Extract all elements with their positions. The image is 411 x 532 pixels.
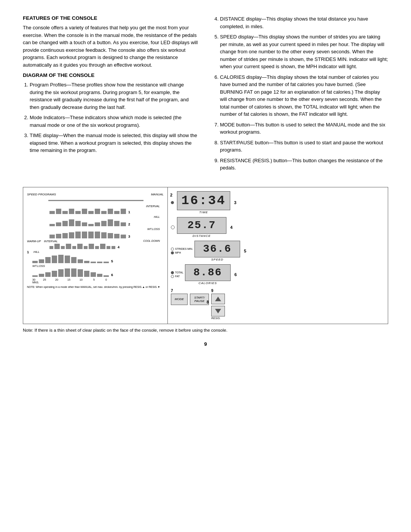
distance-label: DISTANCE	[193, 234, 211, 238]
strides-indicator	[171, 248, 174, 251]
num-3: 3	[234, 200, 236, 205]
right-list-item-8: START/PAUSE button—This button is used t…	[220, 139, 388, 154]
note-text: Note: If there is a thin sheet of clear …	[23, 327, 388, 334]
right-list-item-7: MODE button—This button is used to selec…	[220, 121, 388, 136]
interval-label: INTERVAL	[27, 204, 160, 208]
mph-indicator	[171, 251, 174, 254]
total-indicator	[171, 271, 174, 274]
list-item-2: Mode Indicators—These indicators show wh…	[30, 114, 198, 129]
num-2: 2	[170, 193, 172, 197]
cool-down-label: COOL DOWN	[143, 240, 160, 243]
hill-label: HILL	[27, 215, 160, 219]
num-4: 4	[230, 225, 233, 230]
mode-button[interactable]: MODE	[171, 294, 188, 305]
speed-label: SPEED	[211, 258, 223, 261]
time-display: 16:34	[177, 191, 230, 210]
num-6: 6	[234, 272, 237, 277]
resis-label: RESIS.	[211, 316, 221, 320]
program-profiles: SPEED PROGRAMS MANUAL INTERVAL	[23, 187, 168, 324]
up-arrow-icon	[215, 297, 221, 301]
fat-indicator	[171, 275, 174, 278]
list-item-1: Program Profiles—These profiles show how…	[30, 81, 198, 111]
wt-loss2-label: WT.LOSS	[32, 264, 164, 268]
diagram-list: Program Profiles—These profiles show how…	[30, 81, 198, 154]
num-9: 9	[211, 289, 213, 293]
chart-note: NOTE: When operating in a mode other tha…	[27, 285, 164, 289]
right-list-item-5: SPEED display—This display shows the num…	[220, 33, 388, 70]
right-list-item-4: DISTANCE display—This display shows the …	[220, 15, 388, 30]
features-body: The console offers a variety of features…	[23, 24, 198, 69]
calories-label: CALORIES	[199, 281, 217, 285]
down-arrow-icon	[215, 309, 221, 313]
total-label: TOTAL	[175, 271, 183, 274]
list-item-3: TIME display—When the manual mode is sel…	[30, 132, 198, 154]
wt-loss-label: WT.LOSS	[27, 227, 160, 231]
interval2-label: INTERVAL	[44, 240, 58, 243]
mode-label: MODE	[175, 297, 184, 301]
strides-label: STRIDES MIN.	[175, 248, 193, 250]
num-7: 7	[171, 289, 173, 293]
right-column: DISTANCE display—This display shows the …	[213, 15, 388, 176]
features-title: FEATURES OF THE CONSOLE	[23, 15, 198, 21]
right-list: DISTANCE display—This display shows the …	[220, 15, 388, 172]
console-diagram: SPEED PROGRAMS MANUAL INTERVAL	[23, 187, 388, 324]
text-columns: FEATURES OF THE CONSOLE The console offe…	[23, 15, 388, 176]
num-8: 8	[207, 300, 209, 304]
resis-up-button[interactable]	[211, 294, 225, 304]
right-list-item-6: CALORIES display—This display shows the …	[220, 73, 388, 118]
manual-label: MANUAL	[151, 193, 164, 196]
calories-display: 8.86	[185, 264, 231, 281]
time-dot	[171, 201, 174, 204]
warm-up-label: WARM-UP	[27, 240, 41, 243]
num-5: 5	[244, 249, 246, 253]
resis-down-button[interactable]	[211, 306, 225, 316]
distance-indicator	[171, 225, 175, 229]
speed-programs-label: SPEED PROGRAMS	[27, 193, 56, 196]
hill2-label: HILL	[33, 250, 40, 254]
time-label: TIME	[199, 211, 208, 214]
start-pause-label: START/ PAUSE	[190, 296, 209, 303]
mph-label: MPH	[175, 251, 181, 254]
page-number: 9	[23, 341, 388, 347]
diagram-title: DIAGRAM OF THE CONSOLE	[23, 72, 198, 78]
start-pause-button[interactable]: START/ PAUSE	[190, 294, 209, 305]
console-panel: 16:34 TIME 3 25.7 DISTANCE 4	[168, 187, 388, 324]
fat-label: FAT	[175, 275, 180, 278]
distance-display: 25.7	[177, 217, 226, 234]
page-content: FEATURES OF THE CONSOLE The console offe…	[23, 15, 388, 347]
speed-display: 36.6	[194, 241, 240, 257]
right-list-item-9: RESISTANCE (RESIS.) button—This button c…	[220, 157, 388, 172]
left-column: FEATURES OF THE CONSOLE The console offe…	[23, 15, 198, 176]
